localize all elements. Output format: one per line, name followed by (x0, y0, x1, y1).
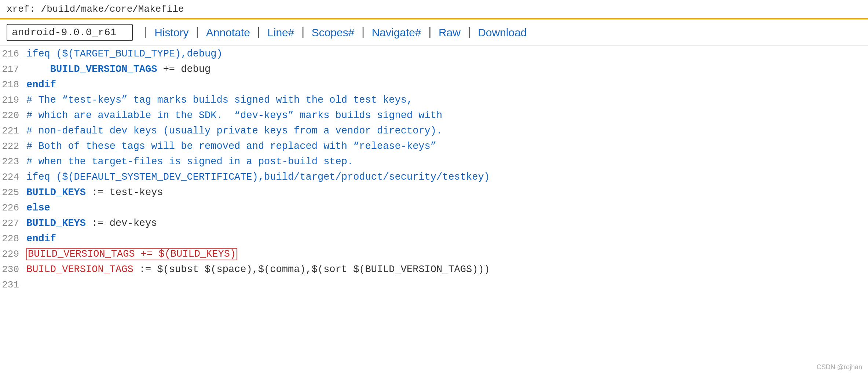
line-content: # which are available in the SDK. “dev-k… (26, 108, 868, 123)
code-area: 216ifeq ($(TARGET_BUILD_TYPE),debug)217 … (0, 46, 868, 293)
line-number: 222 (0, 139, 26, 154)
line-number: 230 (0, 262, 26, 277)
table-row: 229BUILD_VERSION_TAGS += $(BUILD_KEYS) (0, 246, 868, 262)
line-content: endif (26, 77, 868, 92)
table-row: 225BUILD_KEYS := test-keys (0, 185, 868, 200)
line-number: 223 (0, 154, 26, 169)
table-row: 231 (0, 277, 868, 293)
line-content: ifeq ($(DEFAULT_SYSTEM_DEV_CERTIFICATE),… (26, 169, 868, 185)
table-row: 216ifeq ($(TARGET_BUILD_TYPE),debug) (0, 46, 868, 62)
table-row: 218endif (0, 77, 868, 92)
nav-sep-6: | (466, 26, 473, 39)
nav-link-line[interactable]: Line# (264, 25, 297, 40)
line-content: endif (26, 231, 868, 246)
version-dropdown[interactable]: android-9.0.0_r61 (12, 27, 128, 38)
table-row: 224ifeq ($(DEFAULT_SYSTEM_DEV_CERTIFICAT… (0, 169, 868, 185)
line-content: # The “test-keys” tag marks builds signe… (26, 92, 868, 108)
line-number: 220 (0, 108, 26, 123)
nav-sep-0: | (142, 26, 149, 39)
line-number: 231 (0, 277, 26, 293)
highlighted-line: BUILD_VERSION_TAGS += $(BUILD_KEYS) (26, 248, 237, 260)
line-number: 216 (0, 46, 26, 62)
line-number: 227 (0, 216, 26, 231)
table-row: 220# which are available in the SDK. “de… (0, 108, 868, 123)
nav-link-history[interactable]: History (151, 25, 191, 40)
line-number: 229 (0, 246, 26, 262)
xref-bar: xref: /build/make/core/Makefile (0, 0, 868, 19)
line-number: 225 (0, 185, 26, 200)
nav-link-navigate[interactable]: Navigate# (369, 25, 424, 40)
line-content: BUILD_VERSION_TAGS += $(BUILD_KEYS) (26, 246, 868, 262)
line-number: 224 (0, 169, 26, 185)
nav-link-scopes[interactable]: Scopes# (309, 25, 358, 40)
table-row: 221# non-default dev keys (usually priva… (0, 123, 868, 139)
nav-sep-1: | (194, 26, 201, 39)
line-content: # when the target-files is signed in a p… (26, 154, 868, 169)
line-number: 218 (0, 77, 26, 92)
nav-sep-5: | (426, 26, 433, 39)
line-number: 226 (0, 200, 26, 216)
table-row: 222# Both of these tags will be removed … (0, 139, 868, 154)
line-number: 221 (0, 123, 26, 139)
line-content: BUILD_KEYS := test-keys (26, 185, 868, 200)
xref-path: xref: /build/make/core/Makefile (7, 4, 184, 15)
table-row: 226else (0, 200, 868, 216)
line-content: ifeq ($(TARGET_BUILD_TYPE),debug) (26, 46, 868, 62)
table-row: 228endif (0, 231, 868, 246)
line-content: else (26, 200, 868, 216)
line-content: BUILD_KEYS := dev-keys (26, 216, 868, 231)
line-content: BUILD_VERSION_TAGS := $(subst $(space),$… (26, 262, 868, 277)
table-row: 227BUILD_KEYS := dev-keys (0, 216, 868, 231)
line-content: BUILD_VERSION_TAGS += debug (26, 62, 868, 77)
nav-link-annotate[interactable]: Annotate (203, 25, 253, 40)
table-row: 223# when the target-files is signed in … (0, 154, 868, 169)
nav-toolbar: android-9.0.0_r61 | History | Annotate |… (0, 19, 868, 46)
version-selector[interactable]: android-9.0.0_r61 (7, 24, 133, 41)
table-row: 230BUILD_VERSION_TAGS := $(subst $(space… (0, 262, 868, 277)
nav-sep-2: | (255, 26, 262, 39)
nav-link-raw[interactable]: Raw (436, 25, 464, 40)
line-content: # non-default dev keys (usually private … (26, 123, 868, 139)
line-number: 228 (0, 231, 26, 246)
line-number: 217 (0, 62, 26, 77)
table-row: 219# The “test-keys” tag marks builds si… (0, 92, 868, 108)
nav-sep-3: | (299, 26, 306, 39)
nav-sep-4: | (359, 26, 366, 39)
table-row: 217 BUILD_VERSION_TAGS += debug (0, 62, 868, 77)
line-number: 219 (0, 92, 26, 108)
line-content: # Both of these tags will be removed and… (26, 139, 868, 154)
nav-link-download[interactable]: Download (475, 25, 530, 40)
